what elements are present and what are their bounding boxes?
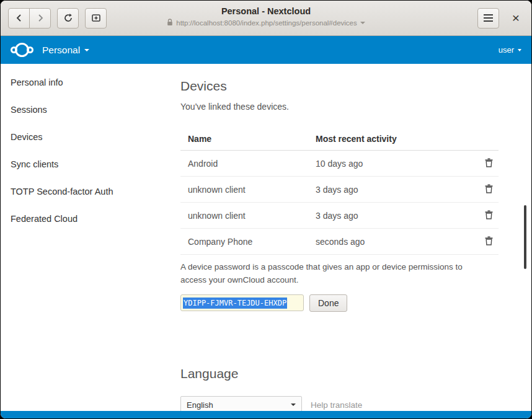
app-menu-personal[interactable]: Personal: [42, 45, 89, 56]
done-button[interactable]: Done: [309, 294, 347, 312]
help-translate-link[interactable]: Help translate: [311, 400, 362, 410]
insecure-lock-icon: [167, 19, 173, 27]
devices-table: Name Most recent activity Android 10 day…: [180, 129, 499, 255]
sidebar-item-federated-cloud[interactable]: Federated Cloud: [1, 205, 162, 232]
column-header-name: Name: [180, 129, 308, 151]
titlebar-center: Personal - Nextcloud http://localhost:80…: [105, 6, 427, 27]
device-activity: 3 days ago: [308, 177, 472, 203]
table-row: Company Phone seconds ago: [180, 229, 499, 255]
user-menu[interactable]: user: [499, 45, 521, 55]
device-password-note: A device password is a passcode that giv…: [180, 261, 487, 287]
history-button-group: [8, 8, 51, 29]
app-menu-label: Personal: [42, 45, 80, 56]
sidebar-item-devices[interactable]: Devices: [1, 123, 162, 151]
device-password-value: YDIPP-FJMVR-TEJDU-EHXDP: [183, 298, 287, 309]
scrollbar-thumb[interactable]: [524, 205, 526, 269]
devices-subtitle: You've linked these devices.: [180, 102, 531, 112]
page-content: Personal info Sessions Devices Sync clie…: [1, 64, 531, 411]
sidebar-item-sessions[interactable]: Sessions: [1, 96, 162, 123]
user-menu-label: user: [499, 45, 514, 55]
window-controls: ×: [477, 8, 524, 29]
trash-icon: [484, 159, 494, 169]
settings-sidebar: Personal info Sessions Devices Sync clie…: [1, 64, 162, 411]
language-section: Language English Help translate: [180, 366, 531, 411]
chevron-down-icon: [84, 49, 89, 51]
device-name: unknown client: [180, 177, 308, 203]
url-dropdown-caret-icon[interactable]: [360, 22, 365, 24]
sidebar-item-totp[interactable]: TOTP Second-factor Auth: [1, 178, 162, 205]
devices-title: Devices: [180, 79, 531, 94]
chevron-down-icon: [518, 49, 521, 51]
trash-icon: [484, 211, 494, 221]
device-name: Company Phone: [180, 229, 308, 255]
nextcloud-header: Personal user: [1, 36, 531, 64]
device-name: Android: [180, 151, 308, 177]
main-panel: Devices You've linked these devices. Nam…: [162, 64, 531, 411]
table-row: Android 10 days ago: [180, 151, 499, 177]
table-row: unknown client 3 days ago: [180, 177, 499, 203]
delete-device-button[interactable]: [484, 210, 494, 221]
device-name: unknown client: [180, 203, 308, 229]
delete-device-button[interactable]: [484, 157, 494, 169]
language-selected-value: English: [187, 400, 213, 410]
trash-icon: [484, 237, 494, 247]
device-password-row: YDIPP-FJMVR-TEJDU-EHXDP Done: [180, 294, 531, 312]
nav-controls: [8, 8, 107, 29]
back-icon: [14, 13, 24, 23]
table-row: unknown client 3 days ago: [180, 203, 499, 229]
trash-icon: [484, 185, 494, 195]
browser-window: Personal - Nextcloud http://localhost:80…: [0, 0, 532, 419]
footer-strip: [1, 411, 531, 418]
back-button[interactable]: [8, 8, 30, 29]
url-bar[interactable]: http://localhost:8080/index.php/settings…: [105, 19, 427, 27]
device-activity: 10 days ago: [308, 151, 472, 177]
forward-icon: [35, 13, 45, 23]
window-title: Personal - Nextcloud: [105, 6, 427, 16]
forward-button[interactable]: [29, 8, 51, 29]
hamburger-menu-icon: [484, 14, 493, 22]
close-button[interactable]: ×: [508, 10, 524, 26]
new-tab-icon: [91, 13, 101, 23]
language-row: English Help translate: [180, 396, 531, 411]
nextcloud-logo-icon[interactable]: [11, 43, 33, 57]
delete-device-button[interactable]: [484, 236, 494, 247]
column-header-activity: Most recent activity: [308, 129, 472, 151]
table-header-row: Name Most recent activity: [180, 129, 499, 151]
reload-button[interactable]: [57, 8, 79, 29]
reload-icon: [63, 13, 73, 23]
language-select[interactable]: English: [180, 396, 302, 411]
device-password-input[interactable]: YDIPP-FJMVR-TEJDU-EHXDP: [180, 294, 304, 311]
language-title: Language: [180, 366, 531, 381]
close-icon: ×: [512, 11, 520, 25]
new-tab-button[interactable]: [85, 8, 107, 29]
titlebar: Personal - Nextcloud http://localhost:80…: [1, 1, 531, 36]
device-activity: 3 days ago: [308, 203, 472, 229]
device-activity: seconds ago: [308, 229, 472, 255]
delete-device-button[interactable]: [484, 183, 494, 195]
sidebar-item-personal-info[interactable]: Personal info: [1, 69, 162, 96]
url-text: http://localhost:8080/index.php/settings…: [176, 19, 357, 27]
sidebar-item-sync-clients[interactable]: Sync clients: [1, 151, 162, 178]
menu-button[interactable]: [477, 8, 499, 29]
devices-section: Devices You've linked these devices. Nam…: [180, 79, 531, 312]
chevron-down-icon: [291, 404, 296, 406]
